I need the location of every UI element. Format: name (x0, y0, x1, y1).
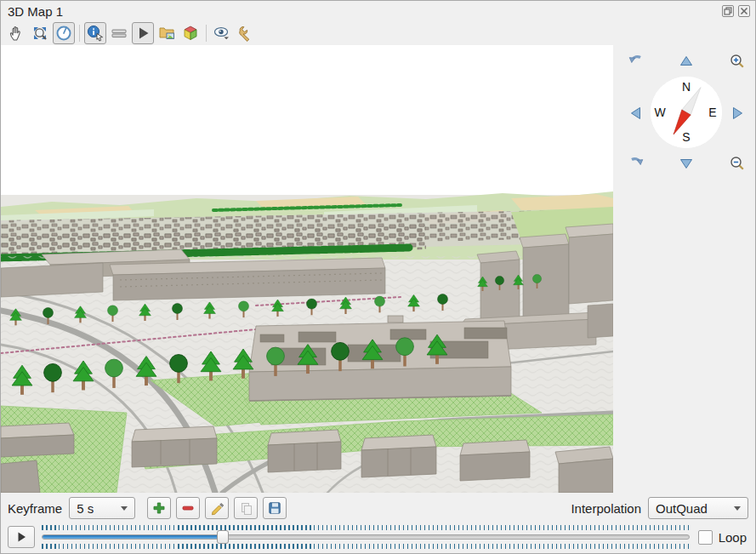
compass-south-label: S (682, 130, 690, 144)
navigation-toggle-button[interactable] (53, 22, 75, 44)
save-image-folder-icon (157, 24, 176, 43)
timeline-handle[interactable] (217, 530, 229, 544)
keyframe-value: 5 s (77, 501, 94, 516)
interpolation-select[interactable]: OutQuad (648, 497, 748, 519)
on-screen-navigation-icon (54, 24, 73, 43)
rotate-cw-icon (628, 155, 645, 172)
zoom-in-button[interactable] (728, 52, 747, 71)
rotate-ccw-button[interactable] (627, 52, 645, 71)
navigation-panel: N S W E (613, 45, 755, 493)
arrow-right-icon (730, 106, 745, 121)
window-title: 3D Map 1 (8, 4, 63, 19)
zoom-in-icon (729, 53, 746, 70)
map-viewport-3d[interactable] (1, 45, 613, 493)
wrench-icon (236, 24, 255, 43)
arrow-down-icon (679, 156, 694, 171)
compass-north-label: N (682, 80, 691, 94)
eye-icon (212, 24, 232, 43)
chevron-down-icon (734, 506, 741, 511)
3d-map-window: 3D Map 1 (0, 0, 756, 554)
copy-icon (238, 500, 253, 516)
interpolation-value: OutQuad (656, 501, 708, 516)
save-image-button[interactable] (156, 22, 178, 44)
playback-bar: Loop (1, 523, 755, 551)
zoom-out-button[interactable] (728, 154, 747, 173)
compass-west-label: W (654, 106, 666, 119)
zoom-full-icon (31, 24, 49, 43)
duplicate-keyframe-button[interactable] (234, 497, 258, 519)
rotate-ccw-icon (628, 53, 645, 70)
measure-line-icon (110, 24, 128, 43)
identify-button[interactable] (84, 22, 106, 44)
move-right-button[interactable] (728, 104, 747, 123)
cube-3d-icon (181, 24, 200, 43)
play-icon (14, 530, 28, 544)
pan-tool-button[interactable] (5, 22, 27, 44)
identify-icon (86, 24, 105, 43)
move-left-button[interactable] (627, 104, 645, 123)
float-icon (724, 7, 732, 15)
zoom-full-button[interactable] (29, 22, 51, 44)
toolbar-separator (79, 25, 80, 42)
toolbar-separator (206, 25, 207, 42)
plus-icon (151, 500, 167, 516)
compass[interactable]: N S W E (651, 77, 722, 148)
keyframe-select[interactable]: 5 s (69, 497, 135, 519)
add-keyframe-button[interactable] (147, 497, 171, 519)
keyframe-label: Keyframe (8, 501, 62, 516)
close-window-button[interactable] (738, 5, 750, 17)
minus-icon (180, 500, 196, 516)
compass-east-label: E (708, 106, 716, 119)
titlebar: 3D Map 1 (1, 1, 755, 21)
timeline-ticks-top (42, 525, 690, 530)
chevron-down-icon (121, 506, 128, 511)
timeline-ticks-bottom (42, 544, 690, 549)
timeline-track[interactable] (42, 534, 690, 540)
close-icon (740, 7, 748, 15)
arrow-left-icon (628, 106, 644, 121)
save-animation-button[interactable] (263, 497, 287, 519)
configure-button[interactable] (235, 22, 257, 44)
toolbar (1, 21, 755, 45)
animations-button[interactable] (132, 22, 154, 44)
3d-scene (1, 45, 613, 493)
compass-face: N S W E (651, 77, 722, 148)
measure-line-button[interactable] (108, 22, 130, 44)
edit-keyframe-button[interactable] (205, 497, 229, 519)
play-animation-button[interactable] (8, 526, 35, 548)
save-icon (267, 500, 282, 516)
pencil-icon (209, 500, 225, 516)
timeline-slider[interactable] (42, 524, 690, 550)
remove-keyframe-button[interactable] (176, 497, 200, 519)
rotate-cw-button[interactable] (627, 154, 645, 173)
export-3d-scene-button[interactable] (179, 22, 202, 44)
timeline-progress (43, 535, 224, 539)
float-window-button[interactable] (722, 5, 734, 17)
camera-view-button[interactable] (211, 22, 233, 44)
move-up-button[interactable] (677, 52, 696, 71)
interpolation-label: Interpolation (571, 501, 641, 516)
keyframe-bar: Keyframe 5 s Interpolation OutQu (1, 493, 755, 523)
pan-hand-icon (7, 24, 26, 43)
move-down-button[interactable] (677, 154, 696, 173)
loop-checkbox[interactable] (698, 530, 713, 545)
arrow-up-icon (679, 54, 694, 69)
zoom-out-icon (729, 155, 746, 172)
play-icon (134, 24, 152, 43)
loop-label: Loop (719, 530, 747, 545)
